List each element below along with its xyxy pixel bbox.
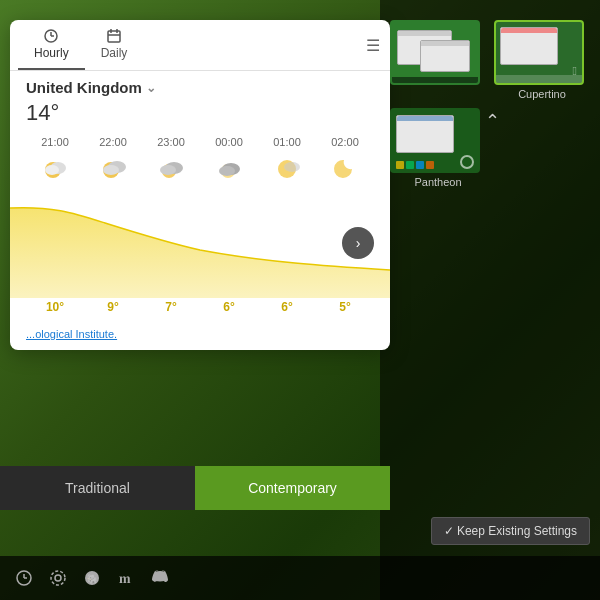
- thumb-cupertino-label: Cupertino: [494, 88, 590, 100]
- weather-icon-2: [156, 154, 186, 184]
- temp-label-5: 5°: [316, 300, 374, 314]
- hour-1: 22:00: [84, 134, 142, 150]
- temp-label-3: 6°: [200, 300, 258, 314]
- taskbar-settings-icon[interactable]: [46, 566, 70, 590]
- tab-daily[interactable]: Daily: [85, 20, 144, 70]
- theme-tabs: Traditional Contemporary: [0, 466, 390, 510]
- svg-point-12: [103, 165, 119, 175]
- location-chevron-icon: ⌄: [146, 81, 156, 95]
- traditional-label: Traditional: [65, 480, 130, 496]
- temp-labels-row: 10° 9° 7° 6° 6° 5°: [10, 298, 390, 322]
- thumb-empty-img: [494, 108, 584, 173]
- mock-windows-desktop: [392, 22, 478, 83]
- mock-taskbar-1: [392, 77, 478, 83]
- weather-footer-link[interactable]: ...ological Institute.: [10, 322, 390, 350]
- tab-traditional[interactable]: Traditional: [0, 466, 195, 510]
- thumb-pantheon-img: [390, 108, 480, 173]
- dock-icon-3: [416, 161, 424, 169]
- icon-col-4: [258, 154, 316, 184]
- weather-chart: ›: [10, 188, 390, 298]
- temp-value: 14°: [26, 100, 59, 125]
- temp-label-1: 9°: [84, 300, 142, 314]
- thumbnail-grid:  Cupertino Pantheo: [390, 20, 590, 188]
- dock-icons: [396, 161, 434, 169]
- clock-icon: [43, 28, 59, 44]
- menu-icon[interactable]: ☰: [366, 36, 380, 55]
- icon-col-0: [26, 154, 84, 184]
- icon-col-3: [200, 154, 258, 184]
- tab-hourly-label: Hourly: [34, 46, 69, 60]
- dock-icon-4: [426, 161, 434, 169]
- tab-contemporary[interactable]: Contemporary: [195, 466, 390, 510]
- chart-area-path: [10, 208, 390, 298]
- weather-card: Hourly Daily ☰ United Kingdom ⌄ 14° 21:0…: [10, 20, 390, 350]
- svg-text:🐘: 🐘: [87, 573, 99, 585]
- svg-point-20: [284, 162, 300, 172]
- temp-label-2: 7°: [142, 300, 200, 314]
- svg-point-15: [160, 165, 176, 175]
- svg-rect-3: [108, 31, 120, 42]
- mock-window-bar-4: [397, 116, 453, 121]
- icon-col-1: [84, 154, 142, 184]
- dock-icon-1: [396, 161, 404, 169]
- mock-cupertino-desktop: : [496, 22, 582, 83]
- thumb-pantheon-label: Pantheon: [390, 176, 486, 188]
- svg-point-18: [219, 166, 235, 176]
- mock-dock: [496, 75, 582, 83]
- temp-label-0: 10°: [26, 300, 84, 314]
- taskbar-github-icon[interactable]: 🐘: [80, 566, 104, 590]
- taskbar-clock-icon[interactable]: [12, 566, 36, 590]
- contemporary-label: Contemporary: [248, 480, 337, 496]
- weather-icon-5: [330, 154, 360, 184]
- weather-icon-3: [214, 154, 244, 184]
- weather-location: United Kingdom ⌄: [10, 71, 390, 100]
- keep-settings-label: ✓ Keep Existing Settings: [444, 524, 577, 538]
- weather-icon-0: [40, 154, 70, 184]
- mock-pantheon-desktop: [392, 110, 478, 171]
- next-button[interactable]: ›: [342, 227, 374, 259]
- weather-temp-main: 14°: [10, 100, 390, 130]
- chart-svg: [10, 188, 390, 298]
- location-text: United Kingdom: [26, 79, 142, 96]
- mock-window-2: [420, 40, 470, 72]
- calendar-icon: [106, 28, 122, 44]
- taskbar-twitter-icon[interactable]: 𝐦: [114, 566, 138, 590]
- chart-container: ›: [10, 188, 390, 298]
- hour-0: 21:00: [26, 134, 84, 150]
- icon-col-2: [142, 154, 200, 184]
- mock-window-bar-2: [421, 41, 469, 46]
- thumb-pantheon[interactable]: Pantheon: [390, 108, 486, 188]
- weather-tabs: Hourly Daily ☰: [10, 20, 390, 71]
- thumb-windows-img: [390, 20, 480, 85]
- hour-5: 02:00: [316, 134, 374, 150]
- svg-point-25: [51, 571, 65, 585]
- thumb-windows[interactable]: [390, 20, 486, 100]
- icons-row: [10, 150, 390, 188]
- mock-window-bar-1: [398, 31, 451, 36]
- hour-3: 00:00: [200, 134, 258, 150]
- hours-row: 21:00 22:00 23:00 00:00 01:00 02:00: [10, 130, 390, 150]
- hour-4: 01:00: [258, 134, 316, 150]
- taskbar: 🐘 𝐦: [0, 556, 600, 600]
- tab-hourly[interactable]: Hourly: [18, 20, 85, 70]
- weather-icon-4: [272, 154, 302, 184]
- dock-icon-2: [406, 161, 414, 169]
- tab-daily-label: Daily: [101, 46, 128, 60]
- elementary-icon: [460, 155, 474, 169]
- mock-window-bar-3: [501, 28, 557, 33]
- temp-label-4: 6°: [258, 300, 316, 314]
- keep-settings-button[interactable]: ✓ Keep Existing Settings: [431, 517, 590, 545]
- mock-window-4: [396, 115, 454, 153]
- svg-text:𝐦: 𝐦: [119, 570, 131, 586]
- svg-point-24: [55, 575, 61, 581]
- thumb-cupertino-img: : [494, 20, 584, 85]
- taskbar-discord-icon[interactable]: [148, 566, 172, 590]
- icon-col-5: [316, 154, 374, 184]
- thumb-cupertino[interactable]:  Cupertino: [494, 20, 590, 100]
- thumb-empty: [494, 108, 590, 188]
- svg-point-9: [45, 165, 59, 175]
- mock-window-3: [500, 27, 558, 65]
- footer-link-text: ...ological Institute.: [26, 328, 117, 340]
- weather-icon-1: [98, 154, 128, 184]
- hour-2: 23:00: [142, 134, 200, 150]
